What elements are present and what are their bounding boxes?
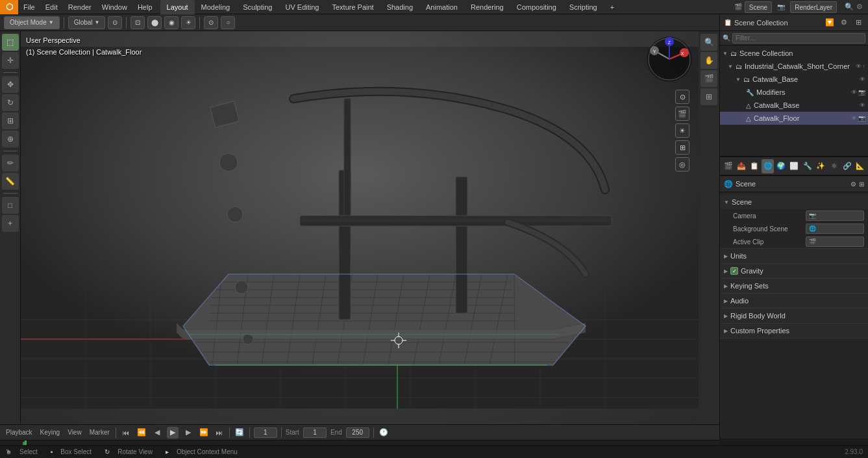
outliner-item-industrial[interactable]: ▼ 🗂 Industrial_Catwalk_Short_Corner 👁 ↑ — [720, 60, 868, 73]
rigid-body-section-header[interactable]: ▶ Rigid Body World — [720, 309, 868, 323]
right-tool-grid[interactable]: ⊞ — [701, 88, 717, 105]
floor-vis-icon[interactable]: 👁 — [851, 115, 857, 121]
viewport-shading-icon[interactable]: ⊙ — [108, 16, 122, 29]
tab-layout[interactable]: Layout — [160, 0, 195, 14]
tl-loop-toggle[interactable]: 🔄 — [234, 427, 245, 439]
prop-data-icon[interactable]: 📐 — [854, 159, 867, 173]
floor-render-icon[interactable]: 📷 — [858, 115, 865, 121]
tl-clock-icon[interactable]: 🕐 — [378, 427, 390, 439]
shading-wire[interactable]: ⊡ — [130, 16, 145, 29]
prop-scene-icon[interactable]: 🌐 — [762, 159, 774, 173]
tool-annotate[interactable]: ✏ — [2, 155, 19, 172]
prop-particles-icon[interactable]: ✨ — [815, 159, 827, 173]
modifier-vis-icon[interactable]: 👁 — [851, 89, 857, 95]
tab-compositing[interactable]: Compositing — [510, 0, 563, 14]
tl-keying-menu[interactable]: Keying — [38, 429, 62, 436]
keying-section-header[interactable]: ▶ Keying Sets — [720, 279, 868, 293]
start-frame-input[interactable] — [303, 427, 327, 438]
scene-selector[interactable]: Scene — [745, 1, 772, 13]
bg-scene-value[interactable]: 🌐 — [806, 223, 864, 234]
tab-uv-editing[interactable]: UV Editing — [279, 0, 325, 14]
proportional-edit[interactable]: ○ — [221, 16, 235, 29]
tab-sculpting[interactable]: Sculpting — [236, 0, 279, 14]
menu-help[interactable]: Help — [132, 0, 158, 14]
right-tool-camera[interactable]: 🎬 — [701, 70, 717, 87]
scene-icon[interactable]: 🎬 — [734, 3, 742, 10]
prop-object-icon[interactable]: ⬜ — [788, 159, 800, 173]
prop-render-icon[interactable]: 🎬 — [722, 159, 734, 173]
custom-props-section-header[interactable]: ▶ Custom Properties — [720, 324, 868, 338]
tab-modeling[interactable]: Modeling — [195, 0, 237, 14]
snap-toggle[interactable]: ⊙ — [204, 16, 218, 29]
end-frame-input[interactable] — [346, 427, 369, 438]
tool-transform[interactable]: ⊕ — [2, 131, 19, 147]
renderlayer-icon[interactable]: 📷 — [777, 3, 785, 10]
prop-world-icon[interactable]: 🌍 — [775, 159, 787, 173]
mesh-vis-icon[interactable]: 👁 — [860, 102, 865, 108]
outliner-filter-icon[interactable]: 🔽 — [824, 18, 836, 27]
tool-rotate[interactable]: ↻ — [2, 94, 19, 111]
tl-jump-end[interactable]: ⏭ — [214, 427, 225, 439]
outliner-search-input[interactable] — [732, 33, 865, 44]
current-frame-input[interactable] — [254, 427, 277, 438]
camera-value[interactable]: 📷 — [806, 210, 864, 221]
prop-physics-icon[interactable]: ⚛ — [828, 159, 840, 173]
outliner-item-catwalk-base-coll[interactable]: ▼ 🗂 Catwalk_Base 👁 — [720, 73, 868, 86]
overlays-toggle[interactable]: ⊞ — [675, 140, 689, 155]
tl-prev-keyframe[interactable]: ⏪ — [136, 427, 147, 439]
render-preview[interactable]: ☀ — [675, 123, 689, 138]
right-tool-hand[interactable]: ✋ — [701, 52, 717, 69]
outliner-item-scene-collection[interactable]: ▼ 🗂 Scene Collection — [720, 47, 868, 60]
perspective-ortho-toggle[interactable]: ⊙ — [675, 90, 689, 104]
prop-options-icon[interactable]: ⚙ — [850, 181, 856, 188]
tool-add-cube[interactable]: □ — [2, 197, 19, 214]
tab-add[interactable]: + — [604, 0, 621, 14]
gravity-checkbox[interactable]: ✓ — [730, 267, 738, 275]
tl-jump-start[interactable]: ⏮ — [120, 427, 132, 439]
tool-scale[interactable]: ⊞ — [2, 112, 19, 129]
outliner-item-catwalk-floor[interactable]: △ Catwalk_Floor 👁 📷 — [720, 112, 868, 125]
visibility-icon-2[interactable]: 👁 — [860, 76, 865, 83]
tab-rendering[interactable]: Rendering — [464, 0, 510, 14]
prop-constraints-icon[interactable]: 🔗 — [841, 159, 853, 173]
prop-modifier-icon[interactable]: 🔧 — [801, 159, 813, 173]
viewport-shading-selector[interactable]: Global ▼ — [68, 16, 106, 29]
prop-viewlayer-icon[interactable]: 📋 — [749, 159, 761, 173]
prop-expand-icon[interactable]: ⊞ — [859, 181, 864, 188]
scene-section-header[interactable]: ▼ Scene — [720, 195, 868, 209]
camera-view-toggle[interactable]: 🎬 — [675, 107, 689, 121]
menu-window[interactable]: Window — [97, 0, 132, 14]
outliner-item-modifiers[interactable]: 🔧 Modifiers 👁 📷 — [720, 86, 868, 99]
modifier-render-icon[interactable]: 📷 — [858, 89, 865, 95]
tl-next-frame[interactable]: ▶ — [182, 427, 194, 439]
menu-render[interactable]: Render — [63, 0, 97, 14]
tool-move[interactable]: ✥ — [2, 76, 19, 93]
tab-animation[interactable]: Animation — [419, 0, 464, 14]
menu-edit[interactable]: Edit — [40, 0, 63, 14]
object-mode-selector[interactable]: Object Mode ▼ — [4, 16, 60, 29]
prop-output-icon[interactable]: 📤 — [735, 159, 747, 173]
tl-prev-frame[interactable]: ◀ — [151, 427, 163, 439]
right-tool-item[interactable]: 🔍 — [701, 34, 717, 51]
outliner-options-icon[interactable]: ⚙ — [838, 18, 850, 27]
tl-view-menu[interactable]: View — [66, 429, 84, 436]
tl-play-btn[interactable]: ▶ — [167, 427, 179, 439]
renderlayer-selector[interactable]: RenderLayer — [790, 1, 837, 13]
viewport-3d[interactable]: User Perspective (1) Scene Collection | … — [21, 31, 699, 424]
tool-select-box[interactable]: ⬚ — [2, 34, 19, 51]
audio-section-header[interactable]: ▶ Audio — [720, 294, 868, 308]
units-section-header[interactable]: ▶ Units — [720, 249, 868, 263]
navigation-gizmo[interactable]: X Y Z — [647, 36, 692, 82]
tl-playback-menu[interactable]: Playback — [4, 429, 34, 436]
active-clip-value[interactable]: 🎬 — [806, 236, 864, 247]
tool-measure[interactable]: 📏 — [2, 173, 19, 190]
settings-icon[interactable]: ⚙ — [856, 3, 863, 11]
tab-shading[interactable]: Shading — [380, 0, 419, 14]
shading-solid[interactable]: ⬤ — [147, 16, 162, 29]
global-search-icon[interactable]: 🔍 — [845, 3, 854, 11]
shading-material[interactable]: ◉ — [164, 16, 179, 29]
gravity-section-header[interactable]: ▶ ✓ Gravity — [720, 264, 868, 278]
tab-texture-paint[interactable]: Texture Paint — [325, 0, 380, 14]
outliner-item-catwalk-base-mesh[interactable]: △ Catwalk_Base 👁 — [720, 99, 868, 112]
tab-scripting[interactable]: Scripting — [563, 0, 604, 14]
